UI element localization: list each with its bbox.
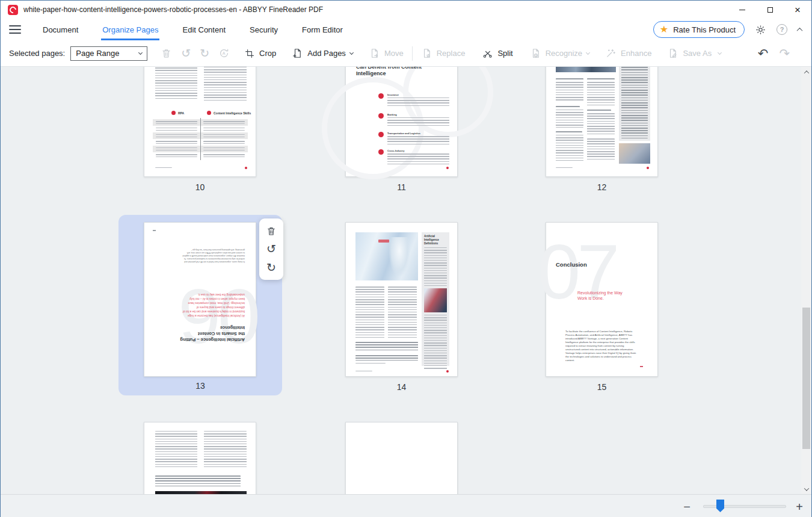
footer-text <box>155 167 172 169</box>
page13-body-text: In many cases, organizations have failed… <box>182 248 245 263</box>
close-button[interactable]: × <box>784 1 811 19</box>
redo-button[interactable]: ↷ <box>779 47 790 60</box>
page-thumbnail-10[interactable]: RPA Content Intelligence Skills <box>144 67 256 177</box>
recognize-page-icon: a <box>530 48 541 59</box>
page-thumbnail-17[interactable] <box>345 422 458 494</box>
zoom-slider-track[interactable] <box>703 505 786 508</box>
correct-orientation-button[interactable]: A <box>218 48 230 59</box>
text-lines <box>556 135 583 161</box>
scroll-down-arrow[interactable] <box>801 484 811 494</box>
scrollbar-thumb[interactable] <box>802 308 810 449</box>
insurance-icon <box>378 93 384 99</box>
text-lines <box>355 286 384 338</box>
table-header-rpa: RPA <box>171 111 184 115</box>
page11-heading: Can Benefit from Content Intelligence <box>356 67 449 78</box>
cross-industry-icon <box>378 149 384 155</box>
crop-button[interactable]: Crop <box>244 48 276 59</box>
zoom-bar: − + <box>1 494 811 517</box>
tab-form-editor[interactable]: Form Editor <box>301 19 344 40</box>
add-pages-icon <box>292 48 303 59</box>
zoom-out-button[interactable]: − <box>679 499 695 515</box>
move-page-icon <box>369 48 380 59</box>
rotate-right-icon[interactable]: ↻ <box>266 262 276 273</box>
delete-page-button[interactable] <box>161 48 172 59</box>
page-number-10: 10 <box>144 182 256 192</box>
save-as-button[interactable]: Save As <box>667 48 721 59</box>
chevron-down-icon <box>349 50 354 54</box>
replace-button[interactable]: Replace <box>421 48 466 59</box>
vertical-scrollbar[interactable] <box>801 67 811 494</box>
table-divider <box>200 118 201 160</box>
delete-page-icon[interactable] <box>266 226 277 237</box>
menu-bar: Document Organize Pages Edit Content Sec… <box>1 19 811 40</box>
enhance-button[interactable]: Enhance <box>605 48 651 59</box>
page-actions-panel: ↺ ↻ <box>259 218 283 280</box>
zoom-in-button[interactable]: + <box>792 499 807 515</box>
crop-icon <box>244 48 255 59</box>
rate-this-product-button[interactable]: ★ Rate This Product <box>653 21 745 38</box>
pages-canvas: RPA Content Intelligence Skills 10 Can B… <box>1 67 811 494</box>
chevron-down-icon <box>586 50 590 54</box>
move-button[interactable]: Move <box>369 48 404 59</box>
split-button[interactable]: Split <box>482 48 512 59</box>
add-pages-button[interactable]: Add Pages <box>292 48 353 59</box>
star-icon: ★ <box>660 25 668 34</box>
abbyy-logo-icon <box>8 5 18 15</box>
text-lines <box>587 138 615 161</box>
page14-sidebar: Artificial Intelligence Definitions <box>422 232 449 366</box>
page-footer-mark <box>647 167 649 169</box>
page-footer-mark <box>245 167 247 169</box>
page15-body-text: To facilitate the confluence of Content … <box>565 330 639 362</box>
collapse-toolbar-chevron-icon[interactable] <box>797 27 803 33</box>
tab-document[interactable]: Document <box>42 19 79 40</box>
italic-quote-lines <box>355 342 418 351</box>
rotate-left-button[interactable]: ↺ <box>181 48 191 59</box>
scroll-up-arrow[interactable] <box>801 67 811 77</box>
page-range-select[interactable]: Page Range <box>70 46 147 61</box>
text-lines <box>204 67 247 102</box>
tab-edit-content[interactable]: Edit Content <box>181 19 227 40</box>
text-lines <box>204 431 247 468</box>
mini-heading <box>556 78 583 80</box>
selected-page-highlight[interactable]: 06 Artificial Intelligence – Putting the… <box>118 215 282 395</box>
mini-heading <box>556 106 580 108</box>
save-as-page-icon <box>667 48 678 59</box>
page-thumbnail-15[interactable]: 07 Conclusion Revolutionizing the Way Wo… <box>546 222 658 377</box>
transportation-icon <box>378 132 384 137</box>
undo-button[interactable]: ↶ <box>758 47 769 60</box>
title-bar: white-paper-how-content-intelligence-pow… <box>1 1 811 19</box>
page13-heading: Artificial Intelligence – Putting the Sm… <box>177 325 245 342</box>
footer-text <box>556 167 573 169</box>
page-number-14: 14 <box>345 382 458 392</box>
rpa-icon <box>171 111 176 115</box>
page-number-15: 15 <box>546 382 658 392</box>
tab-organize-pages[interactable]: Organize Pages <box>101 19 159 40</box>
chevron-down-icon <box>718 50 722 54</box>
recognize-button[interactable]: a Recognize <box>530 48 589 59</box>
tab-security[interactable]: Security <box>248 19 279 40</box>
text-lines <box>155 67 197 99</box>
page-thumbnail-12[interactable] <box>546 67 658 177</box>
page-thumbnail-14[interactable]: Artificial Intelligence Definitions <box>345 222 458 377</box>
page-thumbnail-13[interactable]: 06 Artificial Intelligence – Putting the… <box>144 222 256 377</box>
page-thumbnail-11[interactable]: Can Benefit from Content Intelligence In… <box>345 67 458 177</box>
page14-sidebar-heading: Artificial Intelligence Definitions <box>424 235 447 246</box>
maximize-button[interactable] <box>756 1 784 19</box>
zoom-slider-handle[interactable] <box>716 500 724 512</box>
help-icon[interactable]: ? <box>777 24 787 35</box>
page14-robot-photo <box>355 232 418 280</box>
hamburger-menu-icon[interactable] <box>9 19 21 40</box>
rotate-right-button[interactable]: ↻ <box>200 48 209 59</box>
mini-heading <box>587 78 615 80</box>
window-title: white-paper-how-content-intelligence-pow… <box>23 5 323 14</box>
page-thumbnail-16[interactable] <box>144 422 256 494</box>
trash-icon <box>161 48 172 59</box>
rotate-left-icon[interactable]: ↺ <box>266 243 276 255</box>
split-label: Split <box>497 49 512 58</box>
mini-heading <box>587 110 611 111</box>
minimize-button[interactable] <box>728 1 756 19</box>
content-intelligence-icon <box>207 111 211 115</box>
page12-laptop-photo <box>619 143 650 164</box>
enhance-label: Enhance <box>621 49 651 58</box>
settings-gear-icon[interactable] <box>755 24 766 36</box>
